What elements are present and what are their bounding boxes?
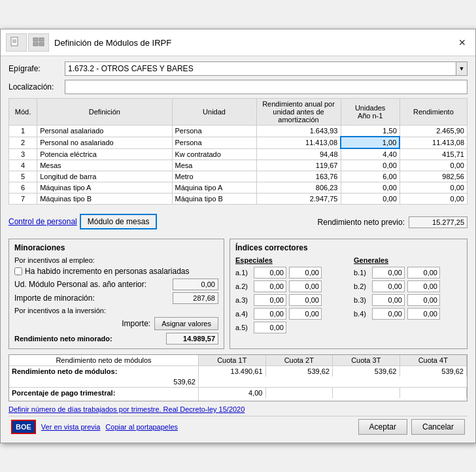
epigrafe-input[interactable]	[65, 61, 456, 76]
cell-rend: 1.643,93	[256, 126, 341, 137]
table-row: 6 Máquinas tipo A Máquina tipo A 806,23 …	[9, 182, 468, 194]
asignar-valores-button[interactable]: Asignar valores	[154, 317, 218, 330]
cell-def: Personal asalariado	[37, 126, 172, 137]
cell-units[interactable]	[341, 194, 400, 205]
titlebar-left: Definición de Módulos de IRPF	[6, 33, 171, 52]
generales-val1[interactable]	[372, 267, 405, 278]
table-row: 3 Potencia eléctrica Kw contratado 94,48…	[9, 148, 468, 160]
tab-control-personal[interactable]: Control de personal	[8, 217, 77, 226]
especiales-row: a.3)	[235, 294, 343, 306]
tab-modulo-mesas[interactable]: Módulo de mesas	[80, 214, 158, 229]
totals-value: 13.490,61	[199, 366, 266, 377]
cancelar-button[interactable]: Cancelar	[411, 419, 465, 435]
titlebar-icon2	[28, 33, 49, 52]
generales-val2[interactable]	[407, 294, 440, 306]
units-input[interactable]	[341, 182, 400, 193]
col-header-unidad: Unidad	[172, 99, 256, 126]
epigrafe-dropdown-arrow[interactable]: ▼	[456, 61, 468, 76]
cell-rendimiento: 982,56	[400, 171, 467, 182]
svg-rect-5	[39, 38, 44, 41]
importe-minoracion-value	[173, 292, 218, 304]
totals-value	[266, 388, 333, 398]
copiar-portapapeles-link[interactable]: Copiar al portapapeles	[105, 423, 178, 431]
especiales-val1[interactable]	[254, 308, 286, 320]
units-input[interactable]	[341, 171, 400, 182]
importe-label: Importe:	[122, 319, 150, 328]
cell-units[interactable]	[341, 148, 400, 160]
cell-rendimiento: 11.413,08	[400, 137, 467, 148]
units-input[interactable]	[341, 160, 400, 171]
cell-units[interactable]	[341, 171, 400, 182]
indices-title: Índices correctores	[235, 243, 462, 252]
especiales-val2[interactable]	[289, 308, 322, 320]
especiales-val2[interactable]	[289, 280, 322, 292]
defin-link[interactable]: Definir número de días trabajados por tr…	[8, 405, 468, 413]
incremento-checkbox[interactable]	[14, 267, 22, 275]
totals-value: 539,62	[9, 377, 199, 387]
especiales-val1[interactable]	[254, 267, 286, 278]
especiales-label: a.2)	[235, 282, 251, 290]
generales-val2[interactable]	[407, 267, 440, 278]
ver-vista-previa-link[interactable]: Ver en vista previa	[41, 423, 101, 431]
especiales-row: a.1)	[235, 267, 343, 278]
cell-def: Máquinas tipo A	[37, 182, 172, 194]
especiales-val1[interactable]	[254, 322, 286, 333]
cell-units[interactable]	[341, 126, 400, 137]
totals-label: Porcentaje de pago trimestral:	[9, 388, 199, 398]
units-input[interactable]	[341, 194, 400, 204]
col-header-rend: Rendimiento anual por unidad antes de am…	[256, 99, 341, 126]
aceptar-button[interactable]: Aceptar	[358, 419, 407, 435]
especiales-title: Especiales	[235, 256, 343, 264]
indices-box: Índices correctores Especiales a.1) a.2)…	[230, 239, 468, 349]
units-input[interactable]	[341, 137, 399, 148]
generales-col: Generales b.1) b.2) b.3) b.4)	[354, 256, 462, 335]
ud-modulo-value[interactable]	[173, 278, 218, 290]
ud-modulo-row: Ud. Módulo Personal as. año anterior:	[14, 278, 218, 290]
cell-rend: 2.947,75	[256, 194, 341, 205]
cell-def: Máquinas tipo B	[37, 194, 172, 205]
units-input[interactable]	[341, 126, 400, 136]
modules-table: Mód. Definición Unidad Rendimiento anual…	[8, 98, 468, 205]
epigrafe-label: Epígrafe:	[8, 64, 61, 73]
generales-label: b.1)	[354, 269, 369, 277]
localizacion-row: Localización:	[8, 80, 468, 94]
titlebar: Definición de Módulos de IRPF ✕	[1, 29, 475, 56]
generales-val1[interactable]	[372, 294, 405, 306]
especiales-val1[interactable]	[254, 294, 286, 306]
generales-title: Generales	[354, 256, 462, 264]
especiales-val2[interactable]	[289, 267, 322, 278]
generales-label: b.2)	[354, 282, 369, 290]
rendimiento-neto-previo-row: Rendimiento neto previo:	[318, 216, 468, 228]
totals-value	[9, 398, 199, 401]
indices-grid: Especiales a.1) a.2) a.3) a.4) a.5) Gene…	[235, 256, 462, 335]
cell-def: Potencia eléctrica	[37, 148, 172, 160]
cell-rend: 119,67	[256, 160, 341, 171]
units-input[interactable]	[341, 149, 400, 160]
table-row: 5 Longitud de barra Metro 163,76 982,56	[9, 171, 468, 182]
rendimiento-neto-previo-label: Rendimiento neto previo:	[318, 218, 405, 227]
localizacion-input[interactable]	[65, 80, 468, 94]
especiales-label: a.3)	[235, 296, 251, 304]
totals-value	[400, 388, 468, 398]
cell-rendimiento: 2.465,90	[400, 126, 467, 137]
especiales-val2[interactable]	[289, 294, 322, 306]
generales-val2[interactable]	[407, 308, 440, 320]
totals-header: Rendimiento neto de módulos Cuota 1T Cuo…	[9, 355, 467, 366]
content-area: Epígrafe: ▼ Localización: Mód. Definició…	[1, 56, 475, 443]
cell-units[interactable]	[341, 160, 400, 171]
checkbox-row: Ha habido incremento en personas asalari…	[14, 267, 218, 276]
close-button[interactable]: ✕	[454, 36, 470, 49]
table-row: 7 Máquinas tipo B Máquina tipo B 2.947,7…	[9, 194, 468, 205]
totals-value: 539,62	[400, 366, 468, 377]
cell-units[interactable]	[341, 182, 400, 194]
cell-mod: 5	[9, 171, 37, 182]
generales-val1[interactable]	[372, 280, 405, 292]
minoraciones-box: Minoraciones Por incentivos al empleo: H…	[8, 239, 224, 349]
totals-row: Porcentaje de pago trimestral:4,00	[9, 388, 467, 401]
cell-rendimiento: 0,00	[400, 182, 467, 194]
cell-units[interactable]	[341, 137, 400, 148]
generales-val1[interactable]	[372, 308, 405, 320]
cuota-2t-header: Cuota 2T	[266, 355, 333, 365]
especiales-val1[interactable]	[254, 280, 286, 292]
generales-val2[interactable]	[407, 280, 440, 292]
